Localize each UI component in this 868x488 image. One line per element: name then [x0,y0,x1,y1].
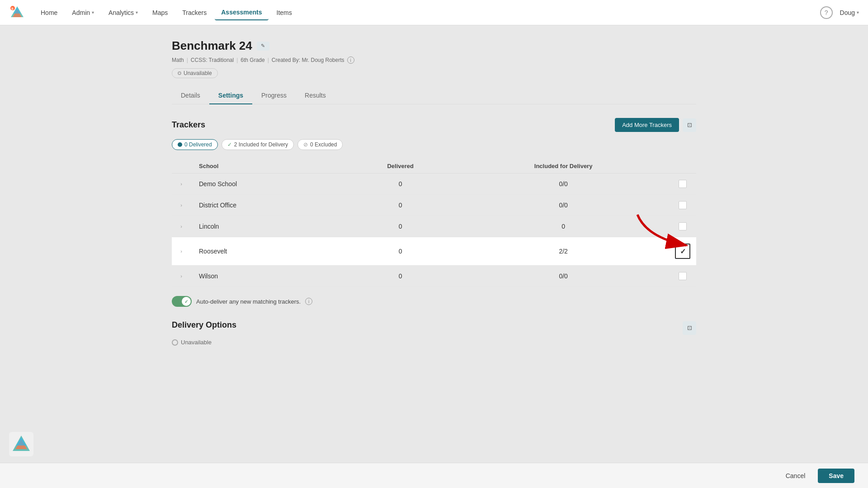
table-row: › Wilson 0 0/0 [172,266,696,287]
svg-text:5: 5 [11,7,14,11]
include-checkbox[interactable] [679,201,687,209]
row-expander[interactable]: › [177,180,185,188]
checkbox-wrapper [675,244,691,259]
benchmark-header: Benchmark 24 ✎ Math | CCSS: Traditional … [172,39,696,78]
status-dot [178,71,181,75]
add-trackers-label: Add More Trackers [622,122,672,128]
include-checkbox[interactable] [679,272,687,280]
filter-pills: 0 Delivered ✓ 2 Included for Delivery ⊘ … [172,139,696,150]
school-cell: Demo School [193,174,343,195]
help-button[interactable]: ? [820,6,833,19]
delivery-status-dot [172,339,178,346]
filter-included[interactable]: ✓ 2 Included for Delivery [222,139,294,150]
row-expander[interactable]: › [177,272,185,280]
checkbox-cell [669,195,696,216]
checkbox-cell [669,266,696,287]
analytics-dropdown-icon: ▾ [136,10,138,15]
auto-deliver-info-icon[interactable]: i [305,298,312,305]
school-cell: District Office [193,195,343,216]
delivered-cell: 0 [343,237,458,266]
meta-created-by: Created By: Mr. Doug Roberts [272,57,344,63]
auto-deliver-toggle[interactable]: ✓ [172,296,192,307]
row-expander[interactable]: › [177,222,185,230]
created-by-info-icon[interactable]: i [347,56,354,64]
checkbox-wrapper [675,201,691,209]
expander-cell: › [172,216,193,237]
delivered-cell: 0 [343,195,458,216]
delivery-options-info-icon[interactable]: ⊡ [683,321,696,335]
checkbox-wrapper [675,272,691,280]
trackers-info-icon[interactable]: ⊡ [683,118,696,132]
benchmark-title-row: Benchmark 24 ✎ [172,39,696,53]
filter-excluded[interactable]: ⊘ 0 Excluded [297,139,343,150]
toggle-check-icon: ✓ [184,299,188,304]
school-cell: Roosevelt [193,237,343,266]
meta-subject: Math [172,57,184,63]
meta-sep1: | [187,57,188,63]
edit-benchmark-icon[interactable]: ✎ [257,42,269,51]
delivery-status: Unavailable [172,339,696,346]
meta-standard: CCSS: Traditional [191,57,234,63]
included-cell: 0/0 [458,174,669,195]
col-school: School [193,159,343,174]
nav-maps[interactable]: Maps [146,5,174,20]
tab-settings[interactable]: Settings [209,87,252,104]
benchmark-title: Benchmark 24 [172,39,252,53]
included-cell: 0 [458,216,669,237]
table-body: › Demo School 0 0/0 › Dis [172,174,696,287]
included-label: 2 Included for Delivery [234,141,288,148]
meta-sep2: | [236,57,238,63]
delivered-cell: 0 [343,216,458,237]
nav-items: Home Admin ▾ Analytics ▾ Maps Trackers A… [34,5,820,20]
expander-cell: › [172,266,193,287]
add-more-trackers-button[interactable]: Add More Trackers [615,118,679,132]
table-row: › District Office 0 0/0 [172,195,696,216]
delivery-options-title: Delivery Options [172,320,236,330]
user-menu[interactable]: Doug ▾ [840,9,859,16]
nav-right: ? Doug ▾ [820,6,859,19]
nav-items[interactable]: Items [270,5,298,20]
status-label: Unavailable [184,70,212,76]
nav-admin[interactable]: Admin ▾ [66,5,100,20]
tabs: Details Settings Progress Results [172,87,696,104]
included-cell: 0/0 [458,266,669,287]
include-checkbox[interactable] [679,180,687,188]
table-header: School Delivered Included for Delivery [172,159,696,174]
tab-progress[interactable]: Progress [252,87,296,104]
nav-assessments[interactable]: Assessments [215,5,268,20]
row-expander[interactable]: › [177,201,185,209]
section-header: Trackers Add More Trackers ⊡ [172,118,696,132]
nav-trackers[interactable]: Trackers [176,5,213,20]
auto-deliver-label: Auto-deliver any new matching trackers. [196,298,301,305]
checkbox-cell [669,216,696,237]
delivery-options-section: Delivery Options ⊡ Unavailable [172,320,696,382]
app-logo[interactable]: 5 [9,5,25,21]
checkbox-wrapper [675,180,691,188]
roosevelt-include-checkbox[interactable] [675,244,690,259]
checkbox-wrapper [675,222,691,230]
expander-cell: › [172,195,193,216]
tab-results[interactable]: Results [296,87,335,104]
table-row: › Demo School 0 0/0 [172,174,696,195]
col-expander [172,159,193,174]
school-cell: Wilson [193,266,343,287]
expander-cell: › [172,174,193,195]
col-checkbox [669,159,696,174]
checkbox-cell [669,174,696,195]
tab-details[interactable]: Details [172,87,209,104]
col-included: Included for Delivery [458,159,669,174]
col-delivered: Delivered [343,159,458,174]
nav-analytics[interactable]: Analytics ▾ [102,5,144,20]
trackers-table: School Delivered Included for Delivery ›… [172,159,696,287]
excluded-label: 0 Excluded [310,141,337,148]
filter-delivered[interactable]: 0 Delivered [172,139,218,150]
excluded-x-icon: ⊘ [303,141,308,148]
toggle-knob: ✓ [182,297,191,306]
delivered-dot [178,142,182,147]
status-badge[interactable]: Unavailable [172,68,218,78]
include-checkbox[interactable] [679,222,687,230]
nav-home[interactable]: Home [34,5,64,20]
included-cell: 2/2 [458,237,669,266]
row-expander[interactable]: › [177,247,185,255]
user-dropdown-icon: ▾ [857,10,859,15]
